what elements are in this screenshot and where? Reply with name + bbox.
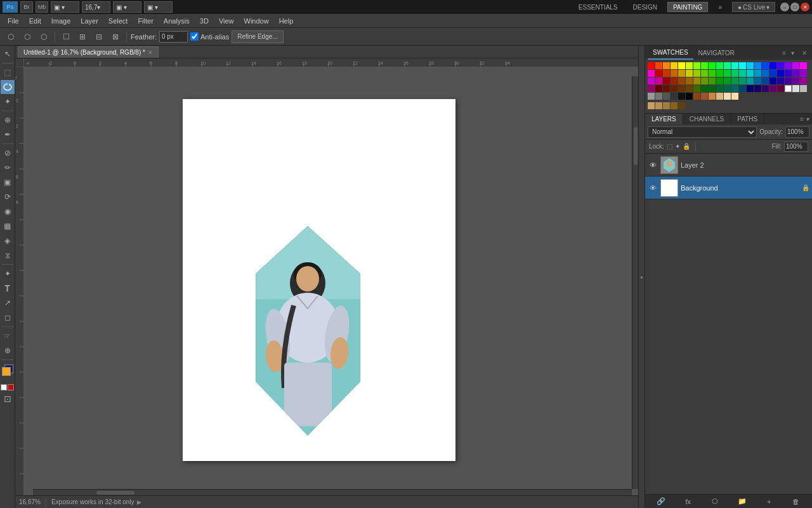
swatch[interactable] xyxy=(693,62,700,69)
swatch[interactable] xyxy=(739,62,746,69)
swatch[interactable] xyxy=(678,102,685,109)
doc-tab-close[interactable]: ✕ xyxy=(148,50,153,56)
swatch[interactable] xyxy=(792,77,799,84)
workspace-painting[interactable]: PAINTING xyxy=(667,2,708,12)
workspace-design[interactable]: DESIGN xyxy=(628,2,662,12)
add-selection-option[interactable]: ⊞ xyxy=(75,30,89,44)
canvas-content[interactable] xyxy=(24,67,638,495)
swatches-collapse[interactable]: ▾ xyxy=(789,50,797,57)
swatch[interactable] xyxy=(754,70,761,77)
menu-help[interactable]: Help xyxy=(274,14,299,28)
swatch[interactable] xyxy=(709,62,716,69)
swatch[interactable] xyxy=(769,77,776,84)
swatch[interactable] xyxy=(762,77,769,84)
lasso-tool-option[interactable]: ⬡ xyxy=(4,30,18,44)
layers-panel-options[interactable]: ≡ xyxy=(800,116,804,123)
path-selection-btn[interactable]: ↗ xyxy=(1,296,15,310)
canvas-scroll-horizontal[interactable] xyxy=(33,489,632,495)
lock-pixels-icon[interactable]: ⬚ xyxy=(667,143,672,150)
swatch-white[interactable] xyxy=(785,85,792,92)
cslive-button[interactable]: ● CS Live ▾ xyxy=(732,2,775,12)
swatch[interactable] xyxy=(678,70,685,77)
antialias-checkbox-label[interactable]: Anti-alias xyxy=(190,32,229,41)
swatch[interactable] xyxy=(701,77,708,84)
swatch[interactable] xyxy=(648,70,655,77)
swatch[interactable] xyxy=(716,70,723,77)
menu-analysis[interactable]: Analysis xyxy=(159,14,195,28)
antialias-checkbox[interactable] xyxy=(190,32,199,41)
swatch[interactable] xyxy=(655,85,662,92)
swatch[interactable] xyxy=(769,62,776,69)
swatch[interactable] xyxy=(716,85,723,92)
eyedropper-tool-btn[interactable]: ✒ xyxy=(1,128,15,142)
swatch[interactable] xyxy=(724,70,731,77)
swatch[interactable] xyxy=(709,77,716,84)
swatch[interactable] xyxy=(792,70,799,77)
swatch[interactable] xyxy=(678,62,685,69)
normal-mode[interactable] xyxy=(1,384,7,391)
swatch[interactable] xyxy=(747,77,754,84)
swatch[interactable] xyxy=(678,85,685,92)
status-arrow[interactable]: ▶ xyxy=(137,499,141,505)
swatch[interactable] xyxy=(754,85,761,92)
feather-input[interactable] xyxy=(159,31,188,43)
swatch[interactable] xyxy=(648,102,655,109)
swatch[interactable] xyxy=(739,77,746,84)
layer-styles-btn[interactable]: fx xyxy=(683,496,694,507)
view-dropdown[interactable]: ▣ ▾ xyxy=(113,1,141,13)
crop-tool-btn[interactable]: ⊕ xyxy=(1,113,15,127)
gradient-tool-btn[interactable]: ▦ xyxy=(1,219,15,233)
menu-filter[interactable]: Filter xyxy=(133,14,158,28)
swatch[interactable] xyxy=(701,85,708,92)
pen-tool-btn[interactable]: ✦ xyxy=(1,267,15,281)
layer-item-layer2[interactable]: 👁 Layer 2 xyxy=(645,154,812,177)
quick-mask-mode[interactable] xyxy=(8,384,14,391)
swatch[interactable] xyxy=(762,62,769,69)
new-selection-option[interactable]: ☐ xyxy=(59,30,73,44)
swatch[interactable] xyxy=(655,62,662,69)
swatches-detach[interactable]: ✕ xyxy=(799,50,809,57)
zoom-tool-btn[interactable]: ⊕ xyxy=(1,344,15,358)
swatch[interactable] xyxy=(762,85,769,92)
swatch[interactable] xyxy=(724,77,731,84)
screen-mode-btn[interactable]: ⊡ xyxy=(4,394,11,404)
swatch[interactable] xyxy=(701,62,708,69)
swatch[interactable] xyxy=(686,62,693,69)
opacity-input[interactable] xyxy=(785,126,809,138)
swatch[interactable] xyxy=(709,85,716,92)
create-layer-btn[interactable]: + xyxy=(763,496,775,507)
layer-visibility-layer2[interactable]: 👁 xyxy=(648,160,658,170)
swatch[interactable] xyxy=(671,93,678,100)
swatch[interactable] xyxy=(747,85,754,92)
menu-layer[interactable]: Layer xyxy=(75,14,103,28)
swatch[interactable] xyxy=(800,85,807,92)
swatch[interactable] xyxy=(724,85,731,92)
maximize-button[interactable]: □ xyxy=(790,3,799,11)
tab-layers[interactable]: LAYERS xyxy=(645,114,683,124)
swatch[interactable] xyxy=(693,70,700,77)
arrange-dropdown[interactable]: ▣ ▾ xyxy=(51,1,79,13)
intersect-selection-option[interactable]: ⊠ xyxy=(108,30,122,44)
brush-tool-btn[interactable]: ✏ xyxy=(1,161,15,175)
swatch-red[interactable] xyxy=(648,62,655,69)
swatch[interactable] xyxy=(739,70,746,77)
swatch[interactable] xyxy=(716,93,723,100)
swatch[interactable] xyxy=(724,62,731,69)
refine-edge-button[interactable]: Refine Edge... xyxy=(232,30,283,43)
doc-tab-untitled[interactable]: Untitled-1 @ 16,7% (Background, RGB/8) *… xyxy=(18,46,159,58)
create-group-btn[interactable]: 📁 xyxy=(737,496,748,507)
swatch[interactable] xyxy=(747,70,754,77)
swatch[interactable] xyxy=(777,85,784,92)
swatch[interactable] xyxy=(731,93,738,100)
swatch[interactable] xyxy=(678,77,685,84)
hand-tool-btn[interactable]: ☞ xyxy=(1,329,15,343)
menu-3d[interactable]: 3D xyxy=(195,14,214,28)
panels-collapse-handle[interactable]: ▸ xyxy=(638,46,645,508)
swatch[interactable] xyxy=(663,70,670,77)
swatch[interactable] xyxy=(785,77,792,84)
swatch[interactable] xyxy=(777,62,784,69)
layer-visibility-background[interactable]: 👁 xyxy=(648,183,658,193)
history-brush-btn[interactable]: ⟳ xyxy=(1,190,15,204)
clone-stamp-btn[interactable]: ▣ xyxy=(1,175,15,189)
lasso-tool-btn[interactable] xyxy=(1,80,15,94)
